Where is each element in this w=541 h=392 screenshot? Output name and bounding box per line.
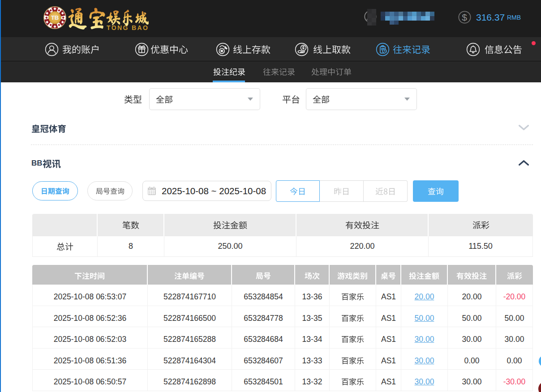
svg-text:TB: TB <box>51 14 59 21</box>
